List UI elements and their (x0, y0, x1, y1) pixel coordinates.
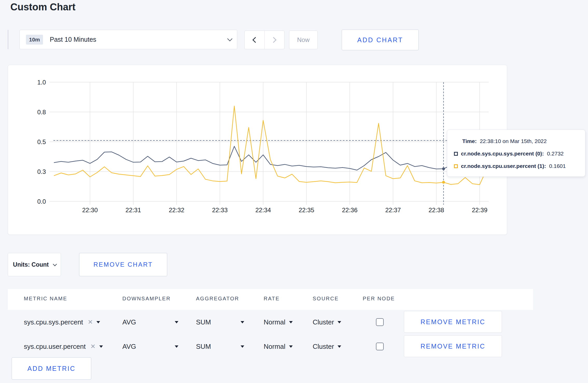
caret-down-icon (338, 321, 341, 323)
tooltip-series-value: 0.2732 (547, 151, 564, 157)
time-back-button[interactable] (245, 31, 265, 49)
series-user-swatch-icon (454, 164, 458, 168)
per-node-checkbox[interactable] (376, 318, 384, 326)
series-sys-swatch-icon (454, 152, 458, 156)
svg-text:22:37: 22:37 (385, 207, 401, 214)
time-forward-button[interactable] (265, 31, 284, 49)
now-button[interactable]: Now (289, 31, 318, 49)
chevron-left-icon (252, 37, 258, 43)
aggregator-select[interactable]: SUM (196, 310, 244, 334)
metric-row: sys.cpu.sys.percent ✕ AVG SUM Normal Clu… (8, 310, 533, 334)
caret-down-icon (241, 345, 244, 348)
rate-select[interactable]: Normal (264, 310, 293, 334)
clear-metric-icon[interactable]: ✕ (90, 343, 95, 350)
remove-chart-button[interactable]: REMOVE CHART (79, 253, 167, 276)
remove-metric-button[interactable]: REMOVE METRIC (404, 335, 502, 357)
time-range-dropdown[interactable]: 10m Past 10 Minutes (19, 30, 237, 49)
header-source: SOURCE (313, 296, 339, 302)
svg-text:0.5: 0.5 (37, 138, 46, 145)
svg-text:22:34: 22:34 (255, 207, 271, 214)
svg-text:1.0: 1.0 (37, 79, 46, 86)
chevron-right-icon (271, 37, 277, 43)
chevron-down-icon (53, 262, 57, 266)
caret-down-icon (175, 345, 178, 348)
toolbar-divider (8, 30, 8, 49)
metric-name-select[interactable]: sys.cpu.sys.percent ✕ (24, 310, 100, 334)
svg-text:0.8: 0.8 (37, 109, 46, 116)
time-nav-group (244, 31, 284, 49)
source-select[interactable]: Cluster (313, 334, 341, 359)
metric-row: sys.cpu.user.percent ✕ AVG SUM Normal Cl… (8, 334, 533, 359)
units-dropdown[interactable]: Units: Count (8, 253, 61, 276)
chevron-down-icon (227, 36, 233, 41)
remove-metric-button[interactable]: REMOVE METRIC (404, 311, 502, 333)
source-select[interactable]: Cluster (313, 310, 341, 334)
add-chart-button[interactable]: ADD CHART (342, 30, 419, 50)
tooltip-time-row: Time: 22:38:10 on Mar 15th, 2022 (454, 136, 578, 146)
header-aggregator: AGGREGATOR (196, 296, 239, 302)
svg-text:22:31: 22:31 (125, 207, 141, 214)
caret-down-icon (175, 321, 178, 323)
tooltip-series-row: cr.node.sys.cpu.user.percent (1): 0.1601 (454, 161, 578, 171)
svg-text:22:30: 22:30 (82, 207, 98, 214)
caret-down-icon (96, 321, 100, 323)
caret-down-icon (289, 321, 293, 323)
svg-text:22:35: 22:35 (299, 207, 314, 214)
caret-down-icon (241, 321, 244, 323)
tooltip-series-row: cr.node.sys.cpu.sys.percent (0): 0.2732 (454, 148, 578, 159)
per-node-checkbox[interactable] (376, 343, 384, 350)
metrics-table-header: METRIC NAME DOWNSAMPLER AGGREGATOR RATE … (8, 289, 533, 310)
tooltip-series-value: 0.1601 (549, 163, 566, 169)
svg-text:22:36: 22:36 (342, 207, 358, 214)
aggregator-select[interactable]: SUM (196, 334, 244, 359)
cpu-usage-chart[interactable]: 0.00.30.50.81.022:3022:3122:3222:3322:34… (8, 65, 507, 235)
custom-chart-page: Custom Chart 10m Past 10 Minutes Now ADD… (0, 0, 588, 383)
caret-down-icon (338, 345, 341, 348)
caret-down-icon (99, 345, 103, 348)
rate-select[interactable]: Normal (264, 334, 293, 359)
time-range-badge: 10m (26, 35, 43, 45)
tooltip-series-label: cr.node.sys.cpu.user.percent (1): (461, 163, 546, 169)
tooltip-time-value: 22:38:10 on Mar 15th, 2022 (480, 138, 547, 144)
svg-text:0.3: 0.3 (37, 168, 46, 175)
metric-name-select[interactable]: sys.cpu.user.percent ✕ (24, 334, 103, 359)
svg-text:22:32: 22:32 (169, 207, 184, 214)
clear-metric-icon[interactable]: ✕ (88, 318, 93, 326)
add-metric-button[interactable]: ADD METRIC (12, 357, 91, 380)
chart-tooltip: Time: 22:38:10 on Mar 15th, 2022 cr.node… (447, 130, 585, 177)
svg-text:0.0: 0.0 (37, 198, 46, 205)
tooltip-series-label: cr.node.sys.cpu.sys.percent (0): (461, 151, 544, 157)
header-per-node: PER NODE (363, 296, 395, 302)
header-rate: RATE (264, 296, 280, 302)
downsampler-select[interactable]: AVG (122, 334, 178, 359)
header-downsampler: DOWNSAMPLER (122, 296, 171, 302)
header-metric-name: METRIC NAME (24, 296, 67, 302)
svg-text:22:39: 22:39 (472, 207, 487, 214)
units-label: Units: Count (13, 261, 49, 268)
page-title: Custom Chart (10, 2, 75, 13)
tooltip-time-label: Time: (462, 138, 477, 144)
downsampler-select[interactable]: AVG (122, 310, 178, 334)
caret-down-icon (289, 345, 293, 348)
chart-card[interactable]: 0.00.30.50.81.022:3022:3122:3222:3322:34… (8, 65, 507, 235)
svg-text:22:33: 22:33 (212, 207, 228, 214)
time-range-label: Past 10 Minutes (50, 36, 96, 43)
svg-text:22:38: 22:38 (429, 207, 444, 214)
